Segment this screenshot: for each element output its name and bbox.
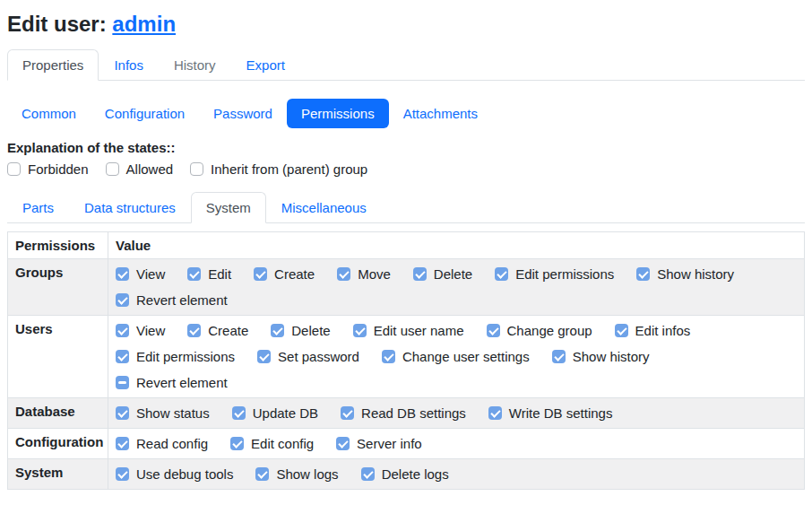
tab-infos[interactable]: Infos — [99, 49, 159, 81]
tab-properties[interactable]: Properties — [7, 49, 99, 81]
permission-label: Update DB — [253, 405, 318, 421]
checkbox-line: Show statusUpdate DBRead DB settingsWrit… — [116, 404, 797, 422]
permission-checkbox-item[interactable]: Revert element — [116, 375, 228, 390]
tab-miscellaneous[interactable]: Miscellaneous — [266, 192, 382, 223]
checkbox-checked-icon[interactable] — [382, 350, 395, 363]
checkbox-checked-icon[interactable] — [116, 467, 129, 481]
legend-checkbox-allowed[interactable]: Allowed — [106, 161, 174, 177]
checkbox-checked-icon[interactable] — [116, 350, 129, 363]
checkbox-checked-icon[interactable] — [487, 324, 500, 337]
checkbox-checked-icon[interactable] — [116, 437, 129, 450]
table-row: ConfigurationRead configEdit configServe… — [8, 428, 805, 458]
permission-checkbox-item[interactable]: Delete logs — [361, 466, 449, 482]
permission-checkbox-item[interactable]: Edit permissions — [495, 266, 614, 282]
checkbox-checked-icon[interactable] — [337, 267, 350, 281]
checkbox-checked-icon[interactable] — [116, 293, 129, 307]
permission-checkbox-item[interactable]: Create — [187, 323, 248, 338]
permission-checkbox-item[interactable]: Edit infos — [615, 323, 691, 338]
checkbox-checked-icon[interactable] — [353, 324, 367, 337]
permission-checkbox-item[interactable]: Change user settings — [382, 349, 530, 364]
tab-history[interactable]: History — [159, 49, 231, 81]
permission-label: Edit permissions — [515, 266, 614, 282]
column-header-value: Value — [108, 231, 805, 258]
permission-checkbox-item[interactable]: Create — [254, 266, 315, 282]
checkbox-checked-icon[interactable] — [187, 324, 201, 337]
checkbox-checked-icon[interactable] — [495, 267, 508, 281]
permission-category-label: Groups — [8, 258, 108, 315]
permission-checkbox-item[interactable]: View — [116, 323, 165, 338]
subtab-common[interactable]: Common — [7, 99, 91, 128]
checkbox-line: Revert element — [116, 291, 797, 309]
permission-label: Read config — [136, 436, 208, 451]
checkbox-checked-icon[interactable] — [232, 406, 246, 420]
permission-checkbox-item[interactable]: Server info — [336, 436, 422, 451]
subtab-attachments[interactable]: Attachments — [389, 99, 492, 128]
checkbox-checked-icon[interactable] — [254, 267, 267, 281]
permission-checkbox-item[interactable]: Edit user name — [353, 323, 464, 338]
permission-checkbox-item[interactable]: View — [116, 266, 165, 282]
permission-checkbox-item[interactable]: Show status — [116, 405, 210, 421]
checkbox-checked-icon[interactable] — [341, 406, 354, 420]
checkbox-unchecked-icon[interactable] — [7, 162, 21, 176]
permission-label: Edit — [208, 266, 231, 282]
subtab-password[interactable]: Password — [199, 99, 287, 128]
permission-label: Use debug tools — [136, 466, 233, 482]
checkbox-unchecked-icon[interactable] — [106, 162, 119, 176]
tab-system[interactable]: System — [191, 192, 266, 223]
permission-checkbox-item[interactable]: Edit permissions — [116, 349, 235, 364]
permission-label: Edit user name — [374, 323, 464, 338]
subtab-configuration[interactable]: Configuration — [91, 99, 199, 128]
tab-parts[interactable]: Parts — [7, 192, 69, 223]
checkbox-checked-icon[interactable] — [257, 350, 271, 363]
checkbox-checked-icon[interactable] — [488, 406, 502, 420]
permission-checkbox-item[interactable]: Delete — [271, 323, 330, 338]
legend-checkbox-inherit[interactable]: Inherit from (parent) group — [190, 161, 367, 177]
permission-label: Read DB settings — [361, 405, 466, 421]
permission-checkbox-item[interactable]: Show history — [552, 349, 650, 364]
legend-checkbox-forbidden[interactable]: Forbidden — [7, 161, 89, 177]
permission-checkbox-item[interactable]: Edit config — [230, 436, 314, 451]
subtab-permissions[interactable]: Permissions — [287, 99, 389, 128]
permission-checkbox-item[interactable]: Revert element — [116, 292, 228, 308]
checkbox-checked-icon[interactable] — [255, 467, 269, 481]
permission-checkbox-item[interactable]: Edit — [187, 266, 231, 282]
checkbox-checked-icon[interactable] — [230, 437, 244, 450]
checkbox-checked-icon[interactable] — [615, 324, 628, 337]
permission-checkbox-item[interactable]: Write DB settings — [488, 405, 613, 421]
permission-checkbox-item[interactable]: Read DB settings — [341, 405, 466, 421]
checkbox-unchecked-icon[interactable] — [190, 162, 203, 176]
permission-label: View — [136, 323, 165, 338]
table-row: SystemUse debug toolsShow logsDelete log… — [8, 458, 805, 489]
tab-export[interactable]: Export — [231, 49, 300, 81]
permission-checkbox-item[interactable]: Update DB — [232, 405, 318, 421]
checkbox-checked-icon[interactable] — [271, 324, 284, 337]
permission-checkbox-item[interactable]: Show history — [636, 266, 734, 282]
permission-checkbox-item[interactable]: Use debug tools — [116, 466, 233, 482]
table-header-row: Permissions Value — [8, 231, 805, 258]
permission-checkbox-item[interactable]: Show logs — [255, 466, 338, 482]
permission-label: Change group — [507, 323, 592, 338]
tab-data-structures[interactable]: Data structures — [69, 192, 191, 223]
checkbox-checked-icon[interactable] — [187, 267, 201, 281]
checkbox-indeterminate-icon[interactable] — [116, 376, 129, 389]
checkbox-checked-icon[interactable] — [116, 406, 129, 420]
permission-value-cell: Show statusUpdate DBRead DB settingsWrit… — [108, 397, 805, 428]
permission-checkbox-item[interactable]: Set password — [257, 349, 359, 364]
permission-label: Show history — [573, 349, 650, 364]
permission-checkbox-item[interactable]: Read config — [116, 436, 208, 451]
checkbox-checked-icon[interactable] — [552, 350, 566, 363]
permission-checkbox-item[interactable]: Change group — [487, 323, 592, 338]
table-row: DatabaseShow statusUpdate DBRead DB sett… — [8, 397, 805, 428]
checkbox-line: Use debug toolsShow logsDelete logs — [116, 465, 797, 483]
checkbox-checked-icon[interactable] — [116, 324, 129, 337]
permission-checkbox-item[interactable]: Delete — [413, 266, 472, 282]
permission-group-tab-bar: Parts Data structures System Miscellaneo… — [7, 192, 805, 223]
edited-user-link[interactable]: admin — [112, 12, 176, 36]
checkbox-checked-icon[interactable] — [361, 467, 375, 481]
checkbox-checked-icon[interactable] — [336, 437, 350, 450]
checkbox-checked-icon[interactable] — [636, 267, 650, 281]
checkbox-checked-icon[interactable] — [413, 267, 427, 281]
checkbox-checked-icon[interactable] — [116, 267, 129, 281]
permission-checkbox-item[interactable]: Move — [337, 266, 391, 282]
table-row: GroupsViewEditCreateMoveDeleteEdit permi… — [8, 258, 805, 315]
